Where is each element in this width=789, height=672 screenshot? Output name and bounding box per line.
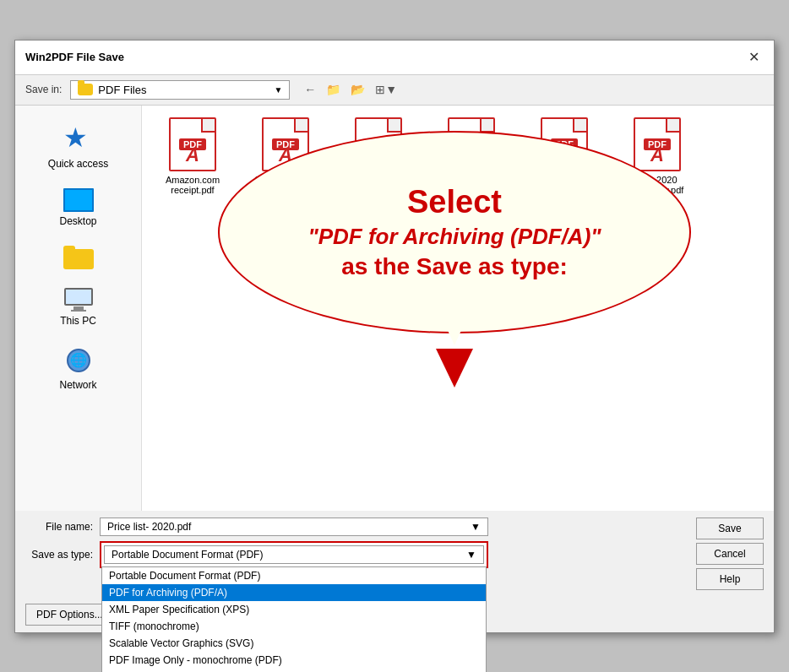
dialog-window: Win2PDF File Save ✕ Save in: PDF Files ▼… bbox=[14, 40, 775, 633]
toolbar-icon-group: ← 📁 📂 ⊞▼ bbox=[300, 80, 401, 99]
main-content: ★ Quick access Desktop bbox=[15, 106, 774, 511]
save-in-folder-name: PDF Files bbox=[98, 84, 146, 96]
pdf-file-icon-2: PDF A bbox=[262, 117, 309, 171]
file-label-cnn: CNN article.pdf bbox=[254, 175, 318, 185]
sidebar-item-this-pc[interactable]: This PC bbox=[15, 283, 141, 332]
dropdown-item-pdf-mono[interactable]: PDF Image Only - monochrome (PDF) bbox=[102, 652, 486, 669]
sidebar-item-label-this-pc: This PC bbox=[60, 315, 96, 327]
folder-icon bbox=[78, 84, 93, 95]
bottom-area: File name: Price list- 2020.pdf ▼ Save a… bbox=[15, 511, 774, 632]
file-name-value: Price list- 2020.pdf bbox=[107, 521, 191, 533]
file-item-invoice[interactable]: PDF A Company Invoice.pdf bbox=[336, 114, 421, 198]
sidebar: ★ Quick access Desktop bbox=[15, 106, 142, 511]
back-icon[interactable]: ← bbox=[300, 80, 320, 99]
dialog-title: Win2PDF File Save bbox=[25, 51, 124, 63]
file-name-dropdown-arrow: ▼ bbox=[471, 521, 481, 533]
pdf-file-icon: PDF A bbox=[169, 117, 216, 171]
view-options-icon[interactable]: ⊞▼ bbox=[371, 80, 401, 99]
file-name-label: File name: bbox=[25, 521, 93, 533]
file-label-excel: Excel spreadsheet....pdf bbox=[525, 175, 603, 195]
file-item-cnn[interactable]: PDF A CNN article.pdf bbox=[243, 114, 328, 198]
file-label-july: July 2020 Inventory.pdf bbox=[618, 175, 696, 195]
file-item-excel[interactable]: PDF A Excel spreadsheet....pdf bbox=[522, 114, 607, 198]
sidebar-item-folder[interactable] bbox=[15, 241, 141, 274]
callout-line3: as the Save as type: bbox=[341, 253, 568, 280]
file-item-july[interactable]: PDF A July 2020 Inventory.pdf bbox=[615, 114, 699, 198]
new-folder-icon[interactable]: 📂 bbox=[346, 80, 369, 99]
globe-icon: 🌐 bbox=[67, 349, 90, 372]
sidebar-item-label-network: Network bbox=[59, 379, 96, 391]
file-name-input[interactable]: Price list- 2020.pdf ▼ bbox=[100, 518, 488, 536]
acrobat-symbol-6: A bbox=[650, 144, 664, 166]
file-label-invoice: Company Invoice.pdf bbox=[340, 175, 417, 195]
monitor-screen bbox=[64, 288, 93, 306]
sidebar-item-label-desktop: Desktop bbox=[59, 215, 96, 227]
dropdown-item-xps[interactable]: XML Paper Specification (XPS) bbox=[102, 601, 486, 618]
rows-area: File name: Price list- 2020.pdf ▼ Save a… bbox=[15, 511, 774, 597]
dropdown-item-pdf[interactable]: Portable Document Format (PDF) bbox=[102, 567, 486, 584]
network-icon: 🌐 bbox=[63, 345, 94, 376]
save-as-type-row: Save as type: Portable Document Format (… bbox=[25, 541, 686, 568]
sidebar-item-quick-access[interactable]: ★ Quick access bbox=[15, 119, 141, 175]
help-button[interactable]: Help bbox=[696, 568, 764, 590]
save-in-label: Save in: bbox=[25, 84, 62, 95]
acrobat-symbol-5: A bbox=[558, 144, 571, 166]
file-label-email: Email archive.pdf bbox=[436, 175, 507, 185]
callout-tail bbox=[436, 349, 473, 387]
action-buttons-area: Save Cancel Help bbox=[686, 511, 774, 597]
callout-line2: "PDF for Archiving (PDF/A)" bbox=[307, 224, 601, 250]
dropdown-item-svg[interactable]: Scalable Vector Graphics (SVG) bbox=[102, 635, 486, 652]
pdf-file-icon-3: PDF A bbox=[355, 117, 402, 171]
star-icon: ★ bbox=[63, 122, 88, 153]
pdf-file-icon-5: PDF A bbox=[541, 117, 588, 171]
title-bar: Win2PDF File Save ✕ bbox=[15, 41, 774, 75]
close-button[interactable]: ✕ bbox=[743, 47, 764, 68]
file-label-amazon: Amazon.com receipt.pdf bbox=[154, 175, 231, 195]
pdf-file-icon-6: PDF A bbox=[634, 117, 681, 171]
save-type-selected-value: Portable Document Format (PDF) bbox=[112, 549, 263, 561]
save-type-dropdown-arrow: ▼ bbox=[466, 549, 476, 561]
file-item-amazon[interactable]: PDF A Amazon.com receipt.pdf bbox=[150, 114, 235, 198]
folder-icon-large bbox=[63, 246, 94, 269]
save-as-type-label: Save as type: bbox=[25, 549, 93, 561]
file-area: PDF A Amazon.com receipt.pdf PDF A CNN a… bbox=[142, 106, 774, 511]
quick-access-icon: ★ bbox=[63, 124, 94, 154]
save-type-selected-display[interactable]: Portable Document Format (PDF) ▼ bbox=[104, 545, 484, 564]
sidebar-item-network[interactable]: 🌐 Network bbox=[15, 340, 141, 396]
dropdown-item-tiff[interactable]: TIFF (monochrome) bbox=[102, 618, 486, 635]
pdf-options-button[interactable]: PDF Options... bbox=[25, 604, 114, 626]
save-button[interactable]: Save bbox=[696, 518, 764, 539]
acrobat-symbol: A bbox=[186, 144, 199, 166]
file-name-row: File name: Price list- 2020.pdf ▼ bbox=[25, 518, 686, 536]
sidebar-item-label-quick-access: Quick access bbox=[48, 158, 108, 170]
cancel-button[interactable]: Cancel bbox=[696, 543, 764, 565]
acrobat-symbol-2: A bbox=[279, 144, 292, 166]
sidebar-item-desktop[interactable]: Desktop bbox=[15, 183, 141, 232]
monitor-base bbox=[71, 310, 86, 312]
save-in-dropdown[interactable]: PDF Files ▼ bbox=[70, 80, 290, 100]
dropdown-item-pdf-color[interactable]: PDF Image Only - color (PDF) bbox=[102, 669, 486, 673]
save-as-type-box: Portable Document Format (PDF) ▼ Portabl… bbox=[100, 541, 488, 568]
save-type-dropdown-list: Portable Document Format (PDF) PDF for A… bbox=[101, 566, 487, 673]
acrobat-symbol-3: A bbox=[372, 144, 385, 166]
callout-tail-inner bbox=[438, 310, 471, 345]
this-pc-icon bbox=[64, 288, 93, 312]
dropdown-item-pdfa[interactable]: PDF for Archiving (PDF/A) bbox=[102, 584, 486, 601]
pdf-file-icon-4: PDF A bbox=[448, 117, 495, 171]
left-fields: File name: Price list- 2020.pdf ▼ Save a… bbox=[15, 511, 686, 597]
toolbar: Save in: PDF Files ▼ ← 📁 📂 ⊞▼ bbox=[15, 75, 774, 106]
folder-body bbox=[63, 249, 94, 269]
acrobat-symbol-4: A bbox=[465, 144, 478, 166]
chevron-down-icon: ▼ bbox=[274, 85, 282, 95]
up-folder-icon[interactable]: 📁 bbox=[322, 80, 345, 99]
callout-tail-outer bbox=[436, 349, 473, 387]
desktop-icon bbox=[63, 188, 94, 212]
file-item-email[interactable]: PDF A Email archive.pdf bbox=[429, 114, 514, 198]
